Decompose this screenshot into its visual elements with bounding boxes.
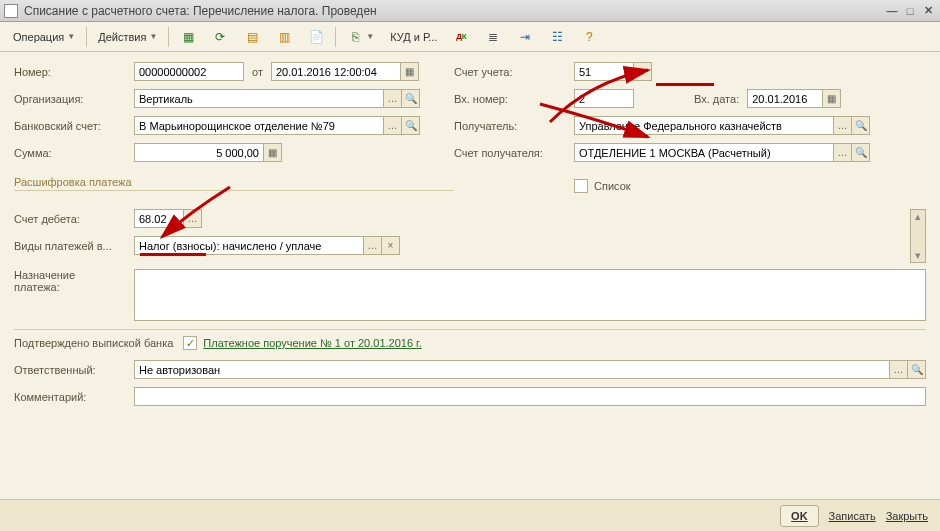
calendar-icon[interactable]: ▦ (401, 62, 419, 81)
paytype-value: Налог (взносы): начислено / уплаче (139, 240, 321, 252)
bank-search-icon[interactable]: 🔍 (402, 116, 420, 135)
account-input[interactable]: 51 (574, 62, 634, 81)
date-value: 20.01.2016 12:00:04 (276, 66, 377, 78)
org-input[interactable]: Вертикаль (134, 89, 384, 108)
operation-menu[interactable]: Операция▼ (6, 26, 82, 48)
section-title: Расшифровка платежа (14, 176, 454, 191)
responsible-select-icon[interactable]: … (890, 360, 908, 379)
purpose-textarea[interactable] (134, 269, 926, 321)
maximize-button[interactable]: □ (902, 4, 918, 18)
number-input[interactable]: 00000000002 (134, 62, 244, 81)
tool-icon-2[interactable]: ⟳ (205, 26, 235, 48)
titlebar: Списание с расчетного счета: Перечислени… (0, 0, 940, 22)
rec-account-value: ОТДЕЛЕНИЕ 1 МОСКВА (Расчетный) (579, 147, 771, 159)
label-paytype: Виды платежей в... (14, 240, 134, 252)
tool-icon-1[interactable]: ▦ (173, 26, 203, 48)
calculator-icon[interactable]: ▦ (264, 143, 282, 162)
debit-value: 68.02 (139, 213, 167, 225)
responsible-input[interactable]: Не авторизован (134, 360, 890, 379)
window-title: Списание с расчетного счета: Перечислени… (24, 4, 882, 18)
label-purpose: Назначение платежа: (14, 269, 134, 293)
responsible-value: Не авторизован (139, 364, 220, 376)
label-bank: Банковский счет: (14, 120, 134, 132)
actions-label: Действия (98, 31, 146, 43)
date-input[interactable]: 20.01.2016 12:00:04 (271, 62, 401, 81)
tool-icon-3[interactable]: ▤ (237, 26, 267, 48)
in-date-value: 20.01.2016 (752, 93, 807, 105)
operation-label: Операция (13, 31, 64, 43)
in-date-input[interactable]: 20.01.2016 (747, 89, 823, 108)
recipient-value: Управление Федерального казначейств (579, 120, 782, 132)
label-confirmed: Подтверждено выпиской банка (14, 337, 173, 349)
label-sum: Сумма: (14, 147, 134, 159)
ok-button[interactable]: OK (780, 505, 819, 527)
debit-input[interactable]: 68.02 (134, 209, 184, 228)
help-button[interactable]: ? (574, 26, 604, 48)
save-button[interactable]: Записать (829, 510, 876, 522)
kud-button[interactable]: КУД и Р... (383, 26, 444, 48)
actions-menu[interactable]: Действия▼ (91, 26, 164, 48)
tool-icon-8[interactable]: ⇥ (510, 26, 540, 48)
org-value: Вертикаль (139, 93, 193, 105)
bank-select-icon[interactable]: … (384, 116, 402, 135)
account-dropdown-icon[interactable]: ▼ (634, 62, 652, 81)
recipient-select-icon[interactable]: … (834, 116, 852, 135)
number-value: 00000000002 (139, 66, 206, 78)
rec-account-input[interactable]: ОТДЕЛЕНИЕ 1 МОСКВА (Расчетный) (574, 143, 834, 162)
org-search-icon[interactable]: 🔍 (402, 89, 420, 108)
scrollbar[interactable]: ▴▾ (910, 209, 926, 263)
rec-account-search-icon[interactable]: 🔍 (852, 143, 870, 162)
account-value: 51 (579, 66, 591, 78)
minimize-button[interactable]: — (884, 4, 900, 18)
comment-input[interactable] (134, 387, 926, 406)
org-select-icon[interactable]: … (384, 89, 402, 108)
close-button[interactable]: Закрыть (886, 510, 928, 522)
in-number-value: 2 (579, 93, 585, 105)
label-from: от (252, 66, 263, 78)
toolbar: Операция▼ Действия▼ ▦ ⟳ ▤ ▥ 📄 ⎘▼ КУД и Р… (0, 22, 940, 52)
tool-icon-9[interactable]: ☷ (542, 26, 572, 48)
label-recipient: Получатель: (454, 120, 574, 132)
paytype-select-icon[interactable]: … (364, 236, 382, 255)
highlight-account (656, 83, 714, 86)
bank-value: В Марьинорощинское отделение №79 (139, 120, 335, 132)
label-org: Организация: (14, 93, 134, 105)
label-rec-account: Счет получателя: (454, 147, 574, 159)
rec-account-select-icon[interactable]: … (834, 143, 852, 162)
label-list: Список (594, 180, 631, 192)
label-debit: Счет дебета: (14, 213, 134, 225)
recipient-input[interactable]: Управление Федерального казначейств (574, 116, 834, 135)
label-responsible: Ответственный: (14, 364, 134, 376)
highlight-debit (140, 253, 206, 256)
tool-icon-dk[interactable]: ДК (446, 26, 476, 48)
sum-value: 5 000,00 (216, 147, 259, 159)
window-icon (4, 4, 18, 18)
tool-icon-5[interactable]: 📄 (301, 26, 331, 48)
form-body: Номер: 00000000002 от 20.01.2016 12:00:0… (0, 52, 940, 424)
kud-label: КУД и Р... (390, 31, 437, 43)
label-account: Счет учета: (454, 66, 574, 78)
footer: OK Записать Закрыть (0, 499, 940, 531)
responsible-search-icon[interactable]: 🔍 (908, 360, 926, 379)
label-number: Номер: (14, 66, 134, 78)
list-checkbox[interactable]: ✓ (574, 179, 588, 193)
tool-icon-6[interactable]: ⎘▼ (340, 26, 381, 48)
label-in-date: Вх. дата: (694, 93, 739, 105)
tool-icon-4[interactable]: ▥ (269, 26, 299, 48)
tool-icon-7[interactable]: ≣ (478, 26, 508, 48)
in-number-input[interactable]: 2 (574, 89, 634, 108)
bank-input[interactable]: В Марьинорощинское отделение №79 (134, 116, 384, 135)
close-window-button[interactable]: ✕ (920, 4, 936, 18)
in-date-calendar-icon[interactable]: ▦ (823, 89, 841, 108)
payment-order-link[interactable]: Платежное поручение № 1 от 20.01.2016 г. (203, 337, 421, 349)
debit-select-icon[interactable]: … (184, 209, 202, 228)
sum-input[interactable]: 5 000,00 (134, 143, 264, 162)
confirmed-checkbox[interactable]: ✓ (183, 336, 197, 350)
recipient-search-icon[interactable]: 🔍 (852, 116, 870, 135)
label-comment: Комментарий: (14, 391, 134, 403)
paytype-clear-icon[interactable]: × (382, 236, 400, 255)
label-in-number: Вх. номер: (454, 93, 574, 105)
